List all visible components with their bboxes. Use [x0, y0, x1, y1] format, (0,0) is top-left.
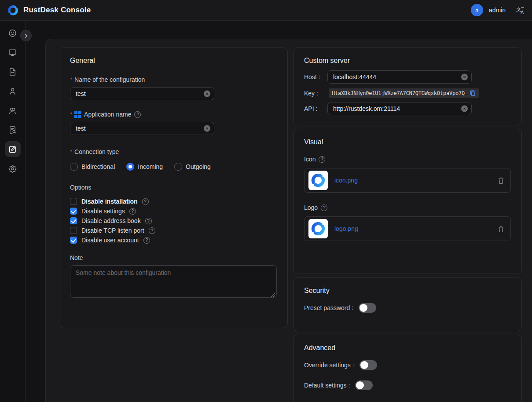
delete-icon[interactable] — [498, 225, 504, 233]
clear-icon[interactable] — [461, 106, 468, 112]
brand: RustDesk Console — [7, 4, 91, 16]
sidebar-item-settings[interactable] — [5, 161, 21, 176]
key-value-box: HtaXBkJNHyn0e1U1jWXze7A7CN7QTGWqxkOtpaVp… — [329, 88, 479, 98]
help-icon[interactable] — [145, 218, 152, 224]
radio-icon[interactable] — [174, 163, 182, 171]
icon-label: Icon — [304, 156, 511, 163]
language-switch-icon[interactable]: 文 A — [516, 6, 525, 15]
general-card: General * Name of the configuration * Ap… — [59, 48, 288, 328]
api-field — [327, 102, 472, 115]
rustdesk-logo-icon — [7, 4, 19, 16]
key-row: Key : HtaXBkJNHyn0e1U1jWXze7A7CN7QTGWqxk… — [304, 88, 511, 98]
sidebar-item-dashboard[interactable] — [5, 25, 21, 41]
app-name-input[interactable] — [70, 122, 214, 135]
config-name-field — [70, 87, 214, 100]
delete-icon[interactable] — [498, 177, 504, 184]
users-group-icon — [8, 106, 17, 115]
help-icon[interactable] — [143, 237, 150, 244]
clear-icon[interactable] — [204, 91, 210, 97]
checkbox-icon[interactable] — [70, 237, 77, 244]
radio-outgoing[interactable]: Outgoing — [174, 163, 211, 171]
sidebar-item-devices[interactable] — [5, 44, 21, 60]
option-disable-address-book[interactable]: Disable address book — [70, 217, 277, 224]
sidebar-item-logs[interactable] — [5, 64, 21, 80]
icon-upload-box: icon.png — [304, 168, 511, 193]
clear-icon[interactable] — [204, 125, 210, 132]
api-label: API : — [304, 105, 327, 112]
option-disable-settings[interactable]: Disable settings — [70, 208, 277, 215]
app-title: RustDesk Console — [23, 6, 91, 15]
options-list: Disable installation Disable settings Di… — [70, 198, 277, 244]
radio-incoming[interactable]: Incoming — [126, 163, 163, 171]
general-title: General — [70, 57, 277, 65]
option-disable-tcp-listen-port[interactable]: Disable TCP listen port — [70, 227, 277, 234]
avatar[interactable]: a — [471, 4, 483, 16]
logo-file-link[interactable]: logo.png — [334, 225, 358, 232]
preset-password-label: Preset password : — [304, 304, 353, 311]
sidebar-item-users[interactable] — [5, 83, 21, 99]
config-name-input[interactable] — [70, 87, 214, 100]
visual-card: Visual Icon icon.png Logo — [293, 129, 522, 274]
checkbox-icon[interactable] — [70, 198, 77, 205]
windows-icon — [74, 111, 81, 118]
preset-password-toggle[interactable] — [359, 303, 376, 313]
icon-preview — [308, 171, 328, 190]
note-textarea[interactable] — [70, 265, 277, 298]
help-icon[interactable] — [134, 111, 141, 118]
security-card: Security Preset password : — [293, 278, 522, 331]
sidebar-item-groups[interactable] — [5, 102, 21, 118]
sidebar — [0, 21, 26, 402]
copy-icon[interactable] — [470, 90, 476, 96]
icon-file-link[interactable]: icon.png — [334, 177, 358, 184]
clear-icon[interactable] — [461, 74, 468, 80]
sidebar-expand-button[interactable] — [20, 30, 32, 41]
required-asterisk: * — [70, 150, 72, 154]
default-settings-toggle[interactable] — [355, 380, 373, 390]
gear-icon — [8, 164, 17, 173]
document-search-icon — [8, 125, 17, 135]
host-row: Host : — [304, 70, 511, 84]
app-name-field — [70, 122, 214, 135]
default-settings-label: Default settings : — [304, 382, 350, 389]
help-icon[interactable] — [321, 205, 327, 211]
checkbox-icon[interactable] — [70, 217, 77, 224]
help-icon[interactable] — [149, 227, 155, 234]
host-input[interactable] — [327, 70, 472, 84]
help-icon[interactable] — [129, 208, 136, 215]
override-settings-toggle[interactable] — [360, 360, 377, 370]
override-settings-row: Override settings : — [304, 360, 511, 370]
chevron-right-icon — [24, 33, 29, 38]
help-icon[interactable] — [319, 156, 325, 163]
logo-upload-box: logo.png — [304, 216, 511, 241]
logo-preview — [308, 219, 328, 238]
required-asterisk: * — [70, 112, 72, 117]
top-bar: RustDesk Console a admin 文 A — [0, 0, 532, 21]
document-icon — [8, 67, 17, 77]
key-value: HtaXBkJNHyn0e1U1jWXze7A7CN7QTGWqxkOtpaVp… — [332, 90, 468, 96]
svg-text:A: A — [521, 10, 524, 15]
override-settings-label: Override settings : — [304, 362, 354, 369]
host-field — [327, 70, 472, 84]
checkbox-icon[interactable] — [70, 208, 77, 215]
username[interactable]: admin — [489, 7, 506, 14]
custom-server-card: Custom server Host : Key : HtaXBkJNHyn0e… — [293, 48, 522, 125]
help-icon[interactable] — [142, 198, 149, 205]
security-title: Security — [304, 287, 511, 295]
advanced-card: Advanced Override settings : Default set… — [293, 335, 522, 402]
option-disable-user-account[interactable]: Disable user account — [70, 237, 277, 244]
logo-label: Logo — [304, 204, 511, 211]
sidebar-item-custom-client[interactable] — [5, 141, 21, 157]
radio-icon[interactable] — [126, 163, 134, 171]
radio-icon[interactable] — [70, 163, 78, 171]
user-icon — [8, 87, 17, 96]
app-name-label: * Application name — [70, 111, 277, 118]
preset-password-row: Preset password : — [304, 303, 511, 313]
sidebar-item-audit[interactable] — [5, 122, 21, 138]
option-disable-installation[interactable]: Disable installation — [70, 198, 277, 205]
radio-bidirectional[interactable]: Bidirectional — [70, 163, 115, 171]
api-input[interactable] — [327, 102, 472, 115]
smiley-icon — [8, 29, 17, 38]
checkbox-icon[interactable] — [70, 227, 77, 234]
required-asterisk: * — [70, 77, 72, 82]
api-row: API : — [304, 102, 511, 115]
